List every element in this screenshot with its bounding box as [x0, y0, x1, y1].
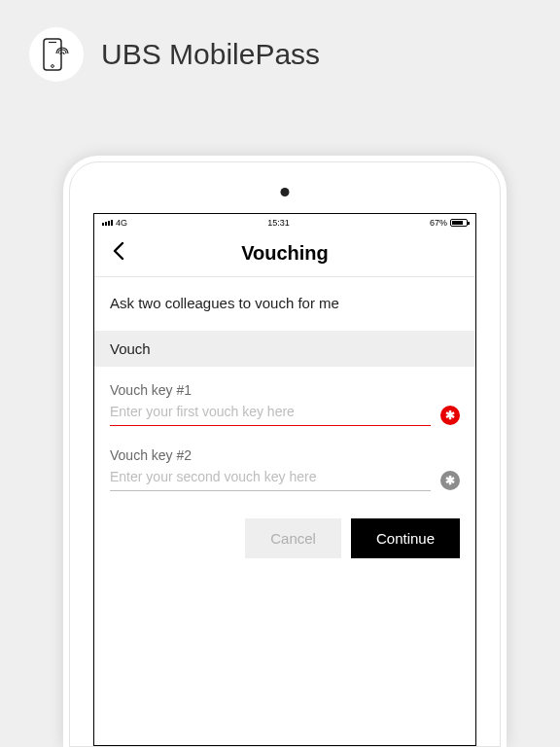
status-time: 15:31 [267, 218, 290, 228]
tablet-camera [281, 188, 290, 196]
tablet-edge: 4G 15:31 67% Vouching Ask two colleagues… [69, 161, 501, 747]
title-bar: Vouching [94, 231, 475, 277]
svg-rect-0 [44, 39, 61, 70]
vouch-key-2-label: Vouch key #2 [110, 447, 460, 463]
page-subtitle: Ask two colleagues to vouch for me [94, 277, 475, 331]
app-title: UBS MobilePass [101, 38, 320, 71]
tablet-frame: 4G 15:31 67% Vouching Ask two colleagues… [63, 156, 507, 747]
status-right: 67% [430, 218, 468, 228]
vouch-key-2-field: Vouch key #2 Enter your second vouch key… [110, 447, 460, 491]
cancel-button[interactable]: Cancel [245, 518, 341, 558]
back-button[interactable] [108, 241, 129, 265]
battery-percent: 67% [430, 218, 447, 228]
status-bar: 4G 15:31 67% [94, 214, 475, 231]
app-header: UBS MobilePass [0, 0, 560, 101]
network-label: 4G [116, 218, 127, 228]
form-area: Vouch key #1 Enter your first vouch key … [94, 367, 475, 491]
vouch-key-1-input[interactable]: Enter your first vouch key here [110, 404, 431, 426]
status-left: 4G [102, 218, 127, 228]
button-row: Cancel Continue [94, 513, 475, 558]
vouch-key-1-label: Vouch key #1 [110, 382, 460, 398]
app-icon [29, 27, 84, 82]
signal-icon [102, 220, 113, 226]
continue-button[interactable]: Continue [351, 518, 460, 558]
vouch-key-1-field: Vouch key #1 Enter your first vouch key … [110, 382, 460, 426]
battery-icon [450, 219, 468, 227]
vouch-key-2-input[interactable]: Enter your second vouch key here [110, 469, 431, 491]
tablet-screen: 4G 15:31 67% Vouching Ask two colleagues… [93, 213, 476, 746]
required-icon: ✱ [440, 471, 460, 490]
required-icon: ✱ [440, 406, 460, 425]
svg-point-2 [52, 65, 54, 68]
fingerprint-phone-icon [43, 38, 70, 71]
page-title: Vouching [241, 242, 329, 265]
chevron-left-icon [112, 241, 125, 261]
section-label: Vouch [94, 331, 475, 367]
